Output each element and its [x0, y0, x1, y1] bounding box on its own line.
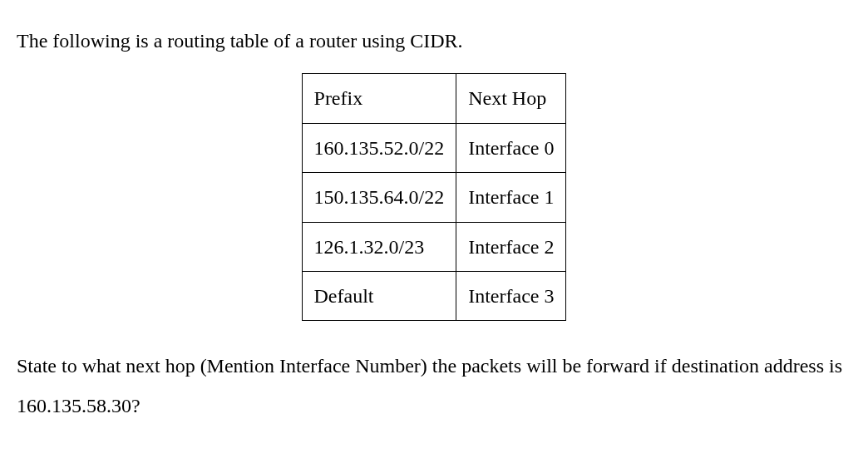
- cell-prefix: Default: [302, 271, 456, 320]
- cell-nexthop: Interface 0: [456, 123, 566, 172]
- header-prefix: Prefix: [302, 74, 456, 123]
- cell-prefix: 150.135.64.0/22: [302, 173, 456, 222]
- table-wrapper: Prefix Next Hop 160.135.52.0/22 Interfac…: [17, 73, 851, 321]
- cell-prefix: 160.135.52.0/22: [302, 123, 456, 172]
- table-row: 126.1.32.0/23 Interface 2: [302, 222, 566, 271]
- cell-nexthop: Interface 2: [456, 222, 566, 271]
- cell-prefix: 126.1.32.0/23: [302, 222, 456, 271]
- table-header-row: Prefix Next Hop: [302, 74, 566, 123]
- table-row: 160.135.52.0/22 Interface 0: [302, 123, 566, 172]
- cell-nexthop: Interface 3: [456, 271, 566, 320]
- table-row: Default Interface 3: [302, 271, 566, 320]
- table-row: 150.135.64.0/22 Interface 1: [302, 173, 566, 222]
- question-text: State to what next hop (Mention Interfac…: [17, 346, 851, 426]
- intro-text: The following is a routing table of a ro…: [17, 25, 851, 57]
- header-nexthop: Next Hop: [456, 74, 566, 123]
- cell-nexthop: Interface 1: [456, 173, 566, 222]
- routing-table: Prefix Next Hop 160.135.52.0/22 Interfac…: [302, 73, 567, 321]
